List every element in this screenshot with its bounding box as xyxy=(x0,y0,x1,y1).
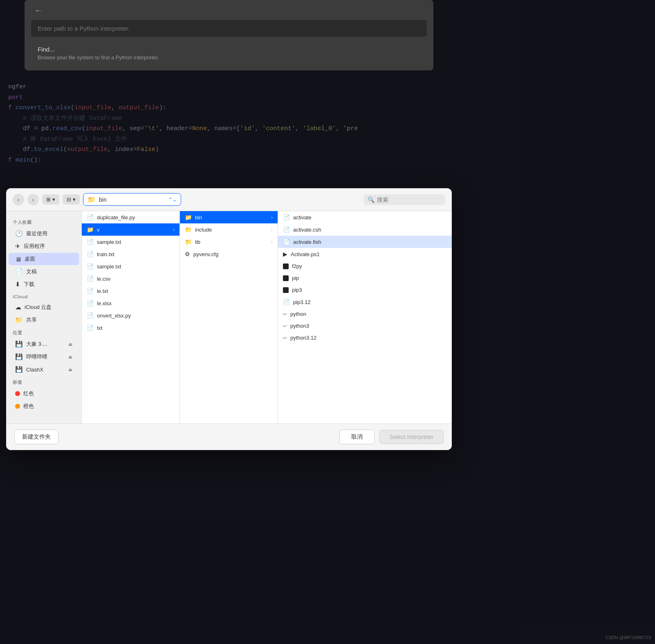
list-item[interactable]: 📄 activate.csh xyxy=(278,223,452,236)
red-tag-icon xyxy=(15,391,20,396)
exec-icon xyxy=(283,287,289,293)
search-icon: 🔍 xyxy=(368,196,375,203)
select-interpreter-button[interactable]: Select Interpreter xyxy=(379,430,444,444)
list-item-activate-fish[interactable]: 📄 activate.fish xyxy=(278,236,452,248)
ps1-icon: ▶ xyxy=(283,251,287,257)
sidebar-item-tag-orange[interactable]: 橙色 xyxy=(9,400,79,412)
list-item[interactable]: 📄 le.xlsx xyxy=(82,297,179,309)
list-item[interactable]: ↩ python xyxy=(278,308,452,320)
list-item[interactable]: 📄 duplicate_file.py xyxy=(82,211,179,223)
columns-icon: ⊞ xyxy=(46,196,51,203)
file-name: python xyxy=(290,311,447,317)
drive3-icon: 💾 xyxy=(15,366,23,373)
chevron-right-icon: › xyxy=(271,215,273,220)
find-desc: Browse your file system to find a Python… xyxy=(38,54,420,61)
list-item[interactable]: pip3 xyxy=(278,284,452,296)
file-name: pip3.12 xyxy=(293,299,447,305)
file-icon: 📄 xyxy=(87,214,94,221)
sidebar-item-desktop[interactable]: 🖥 桌面 xyxy=(9,253,79,265)
search-bar: 🔍 xyxy=(363,194,445,205)
sidebar-item-recent[interactable]: 🕐 最近使用 xyxy=(9,227,79,240)
sidebar-item-apps[interactable]: ✈ 应用程序 xyxy=(9,240,79,252)
red-tag-label: 红色 xyxy=(23,390,34,397)
file-name: duplicate_file.py xyxy=(97,214,175,221)
back-nav-button[interactable]: ‹ xyxy=(13,194,24,205)
sidebar-item-elephant[interactable]: 💾 大象 3.... ⏏ xyxy=(9,338,79,350)
list-item[interactable]: 📁 v › xyxy=(82,223,179,236)
sidebar-item-icloud[interactable]: ☁ iCloud 云盘 xyxy=(9,301,79,313)
file-name: txt xyxy=(97,325,175,331)
list-item[interactable]: ⚙ pyvenv.cfg xyxy=(180,248,278,260)
list-item[interactable]: ↩ python3 xyxy=(278,320,452,332)
sidebar-item-clashx[interactable]: 💾 ClashX ⏏ xyxy=(9,363,79,376)
list-item[interactable]: 📄 le.csv xyxy=(82,272,179,285)
orange-tag-label: 橙色 xyxy=(23,403,34,410)
list-item[interactable]: 📄 onvert_xlsx.py xyxy=(82,309,179,322)
view-grid-button[interactable]: ⊟ ▾ xyxy=(63,194,80,205)
downloads-label: 下载 xyxy=(24,281,34,288)
list-item[interactable]: 📄 train.txt xyxy=(82,248,179,260)
list-item[interactable]: 📄 sample.txt xyxy=(82,260,179,272)
list-item[interactable]: 📄 pip3.12 xyxy=(278,296,452,308)
file-name: train.txt xyxy=(97,251,175,257)
symlink-icon: ↩ xyxy=(283,311,287,317)
list-item[interactable]: 📁 lib › xyxy=(180,236,278,248)
eject3-icon: ⏏ xyxy=(68,367,72,372)
sidebar-item-shared[interactable]: 📁 共享 xyxy=(9,314,79,326)
sidebar-item-downloads[interactable]: ⬇ 下载 xyxy=(9,278,79,290)
grid-dropdown-icon: ▾ xyxy=(73,196,76,203)
list-item[interactable]: ▶ Activate.ps1 xyxy=(278,248,452,260)
back-button[interactable]: ← xyxy=(31,4,427,17)
location-bar[interactable]: 📁 bin ⌃⌄ xyxy=(83,193,181,206)
file-name: v xyxy=(97,227,170,233)
list-item[interactable]: ↩ python3.12 xyxy=(278,332,452,344)
list-item[interactable]: 📄 sample.txt xyxy=(82,236,179,248)
grid-icon: ⊟ xyxy=(67,196,71,203)
file-name: python3.12 xyxy=(290,335,447,341)
drive2-icon: 💾 xyxy=(15,353,23,360)
file-icon: 📄 xyxy=(283,239,290,245)
sidebar-item-docs[interactable]: 📄 文稿 xyxy=(9,266,79,278)
file-column-1: 📄 duplicate_file.py 📁 v › 📄 sample.txt 📄… xyxy=(82,211,180,423)
file-icon: 📄 xyxy=(87,312,94,319)
list-item[interactable]: 📄 activate xyxy=(278,211,452,223)
list-item[interactable]: 📁 bin › xyxy=(180,211,278,223)
path-input[interactable] xyxy=(31,20,427,37)
forward-nav-button[interactable]: › xyxy=(27,194,39,205)
list-item[interactable]: f2py xyxy=(278,260,452,272)
list-item[interactable]: 📄 le.txt xyxy=(82,285,179,297)
docs-icon: 📄 xyxy=(15,268,23,275)
list-item[interactable]: pip xyxy=(278,272,452,284)
file-icon: 📄 xyxy=(283,299,290,305)
list-item[interactable]: 📄 txt xyxy=(82,322,179,334)
file-icon: 📄 xyxy=(87,324,94,331)
desktop-icon: 🖥 xyxy=(15,256,21,263)
location-chevron-icon: ⌃⌄ xyxy=(168,197,177,203)
clashx-label: ClashX xyxy=(26,367,43,373)
list-item[interactable]: 📁 include › xyxy=(180,223,278,236)
exec-icon xyxy=(283,263,289,269)
elephant-label: 大象 3.... xyxy=(26,340,47,348)
tags-section-label: 标签 xyxy=(6,376,81,387)
view-columns-button[interactable]: ⊞ ▾ xyxy=(42,194,59,205)
file-name: le.csv xyxy=(97,276,175,282)
icloud-section-label: iCloud xyxy=(6,291,81,301)
file-picker-modal: ‹ › ⊞ ▾ ⊟ ▾ 📁 bin ⌃⌄ 🔍 个人收藏 🕐 最近使用 xyxy=(6,188,452,450)
file-icon: 📄 xyxy=(87,288,94,294)
watermark: CSDN @WF19980719 xyxy=(606,635,651,640)
search-input[interactable] xyxy=(377,196,426,203)
file-name: bin xyxy=(195,214,268,221)
find-option[interactable]: Find... Browse your file system to find … xyxy=(31,40,427,66)
cancel-button[interactable]: 取消 xyxy=(339,430,375,444)
new-folder-button[interactable]: 新建文件夹 xyxy=(14,430,58,444)
file-icon: 📄 xyxy=(283,226,290,233)
folder-icon: 📁 xyxy=(185,214,192,221)
modal-footer: 新建文件夹 取消 Select Interpreter xyxy=(6,423,452,450)
modal-toolbar: ‹ › ⊞ ▾ ⊟ ▾ 📁 bin ⌃⌄ 🔍 xyxy=(6,188,452,211)
symlink-icon: ↩ xyxy=(283,335,287,341)
interpreter-bar: ← Find... Browse your file system to fin… xyxy=(25,0,433,70)
file-name: Activate.ps1 xyxy=(291,251,447,257)
drive1-icon: 💾 xyxy=(15,340,23,348)
sidebar-item-bilibili[interactable]: 💾 哔哩哔哩 ⏏ xyxy=(9,351,79,363)
sidebar-item-tag-red[interactable]: 红色 xyxy=(9,387,79,400)
